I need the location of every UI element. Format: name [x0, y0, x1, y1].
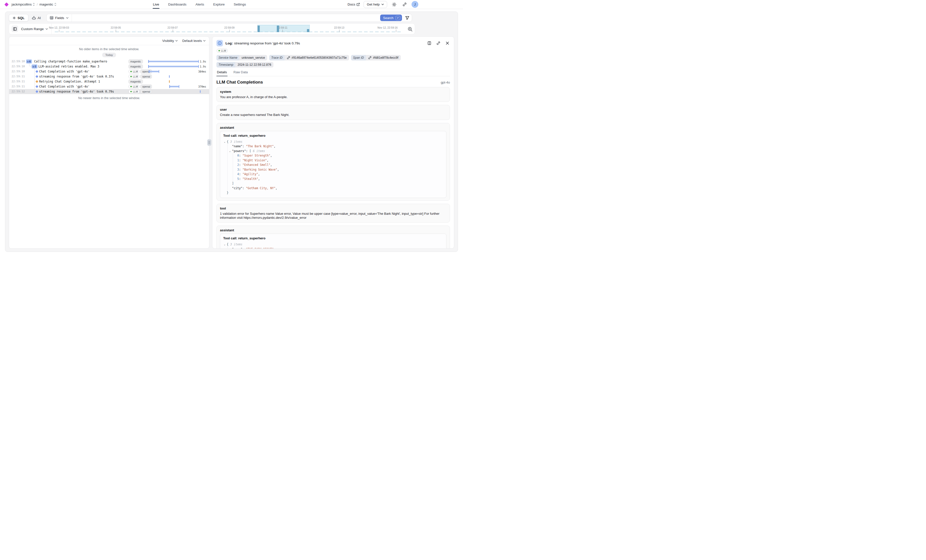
- search-button[interactable]: Search ↵: [380, 15, 402, 21]
- panel-resize-handle[interactable]: [207, 139, 212, 146]
- json-token: "Stealth": [242, 177, 258, 181]
- project-switcher[interactable]: magentic: [39, 3, 56, 6]
- log-row[interactable]: 22:59:11Retrying Chat Completion. Attemp…: [9, 79, 209, 84]
- log-row[interactable]: 22:59:10⊟5LLM-assisted retries enabled. …: [9, 64, 209, 69]
- json-token: 0: [237, 154, 239, 157]
- metadata-chip-row: Service Nameunknown_serviceTrace ID#9146…: [216, 55, 450, 60]
- level-tag-row: LLM: [217, 49, 450, 53]
- visibility-dropdown[interactable]: Visibility: [162, 39, 178, 43]
- duration-bar: [149, 71, 159, 72]
- search-input[interactable]: [72, 14, 380, 21]
- collapse-chevron-icon[interactable]: ⌄: [224, 242, 225, 247]
- meta-chip-value: #9146a6974e4e6140538043607a71c75e: [284, 55, 349, 60]
- json-token: 1: [237, 158, 239, 162]
- docs-link[interactable]: Docs: [348, 3, 360, 6]
- link-icon: [436, 41, 440, 45]
- json-token: "name": [232, 248, 242, 249]
- log-row[interactable]: 22:59:12streaming response from 'gpt-4o'…: [9, 89, 209, 94]
- ai-mode-button[interactable]: AI: [29, 14, 44, 21]
- sidebar-toggle-icon: [13, 27, 17, 31]
- log-row[interactable]: 22:59:10Chat Completion with 'gpt-4o'LLM…: [9, 69, 209, 74]
- workspace-shell: SQL AI Fields Search ↵: [5, 12, 458, 252]
- json-token: "name": [232, 145, 242, 148]
- json-token: :: [242, 248, 246, 249]
- collapse-panel-button[interactable]: [12, 26, 18, 32]
- status-dot-icon: [130, 71, 132, 72]
- log-message: streaming response from 'gpt-4o' took 0.…: [39, 90, 114, 93]
- json-line: ⌄{ 3 items: [223, 242, 443, 247]
- tick-label: 22:59:13: [334, 26, 345, 29]
- tab-details[interactable]: Details: [216, 69, 227, 76]
- open-table-view-button[interactable]: [427, 41, 432, 46]
- duration-label: 1.9s: [200, 60, 206, 63]
- histogram-bar: [257, 26, 260, 32]
- histogram-bar: [307, 29, 309, 32]
- log-row[interactable]: 22:59:11streaming response from 'gpt-4o'…: [9, 74, 209, 79]
- nav-item-live[interactable]: Live: [153, 0, 159, 9]
- indent-guide: [233, 158, 233, 163]
- time-range-selector[interactable]: Custom Range: [18, 27, 51, 31]
- indent-guide: [227, 181, 228, 186]
- status-dot-icon: [130, 86, 132, 87]
- tool-call-title: Tool call: return_superhero: [223, 236, 443, 240]
- log-timestamp: 22:59:10: [12, 65, 25, 68]
- nav-item-explore[interactable]: Explore: [213, 0, 225, 9]
- message-card-tool: tool1 validation error for Superhero nam…: [216, 204, 450, 223]
- json-token: ,: [258, 177, 260, 181]
- span-count: 6: [29, 60, 31, 63]
- brand-logo-icon[interactable]: [5, 2, 9, 6]
- funnel-icon: [405, 16, 409, 20]
- message-role: system: [220, 90, 446, 94]
- theme-toggle-button[interactable]: [391, 1, 398, 8]
- org-switcher[interactable]: jackmpcollins: [12, 3, 35, 6]
- tick-label: Nov 12, 22:59:03: [49, 26, 69, 29]
- indent-guide: [227, 153, 228, 158]
- default-levels-dropdown[interactable]: Default levels: [182, 39, 206, 43]
- llm-tag: LLM: [129, 85, 139, 89]
- message-card-user: userCreate a new superhero named The Bar…: [216, 105, 450, 120]
- span-diamond-icon: [35, 70, 38, 73]
- collapse-count-badge[interactable]: ⊟5: [32, 65, 38, 68]
- indent-guide: [227, 148, 228, 154]
- duration-label: 1.9s: [200, 65, 206, 68]
- meta-chip-trace-id[interactable]: Trace ID#9146a6974e4e6140538043607a71c75…: [269, 55, 349, 60]
- meta-chip-span-id[interactable]: Span ID#fd81e8f78c4ecc9f: [351, 55, 401, 60]
- json-token: :: [242, 145, 246, 148]
- zoom-in-button[interactable]: [406, 25, 414, 33]
- collapse-count-badge[interactable]: ⊟6: [26, 59, 32, 63]
- link-icon: [402, 2, 407, 6]
- json-token: "Enhanced Smell": [242, 163, 271, 167]
- chevron-down-icon: [66, 17, 68, 19]
- time-axis[interactable]: Nov 12, 22:59:0322:59:0522:59:0722:59:09…: [53, 24, 401, 34]
- json-line: 0: "Super Strength",: [223, 153, 443, 158]
- json-token: "Gotham City, NY": [246, 186, 275, 190]
- fields-button[interactable]: Fields: [47, 14, 72, 21]
- section-title: LLM Chat Completions: [216, 80, 263, 85]
- log-row[interactable]: 22:59:10⊟6Calling chatprompt-function ma…: [9, 59, 209, 64]
- indent-guide: [233, 177, 233, 182]
- nav-item-settings[interactable]: Settings: [233, 0, 246, 9]
- nav-item-alerts[interactable]: Alerts: [195, 0, 205, 9]
- meta-chip-service-name[interactable]: Service Nameunknown_service: [216, 55, 267, 60]
- collapse-chevron-icon[interactable]: ⌄: [229, 149, 230, 154]
- close-detail-button[interactable]: [445, 41, 450, 46]
- event-tick: [169, 80, 170, 83]
- duration-label: 384ms: [198, 70, 206, 73]
- share-link-button[interactable]: [401, 1, 408, 8]
- message-role: tool: [220, 207, 446, 210]
- llm-tag: LLM: [129, 69, 139, 74]
- histogram-bar: [277, 26, 279, 32]
- user-avatar[interactable]: J: [412, 1, 418, 8]
- metadata-chips: Service Nameunknown_serviceTrace ID#9146…: [216, 55, 450, 68]
- copy-link-button[interactable]: [436, 41, 441, 46]
- collapse-chevron-icon[interactable]: ⌄: [224, 139, 225, 144]
- meta-chip-timestamp[interactable]: Timestamp2024-11-12 22:59:12.876: [216, 62, 274, 68]
- filter-button[interactable]: [403, 14, 412, 21]
- tab-raw-data[interactable]: Raw Data: [233, 69, 248, 76]
- llm-tag-label: LLM: [133, 70, 138, 73]
- get-help-button[interactable]: Get help: [363, 1, 387, 8]
- nav-item-dashboards[interactable]: Dashboards: [168, 0, 187, 9]
- sql-mode-button[interactable]: SQL: [9, 14, 28, 21]
- no-older-items-notice: No older items in the selected time wind…: [9, 45, 209, 52]
- log-row[interactable]: 22:59:11Chat Completion with 'gpt-4o'LLM…: [9, 84, 209, 89]
